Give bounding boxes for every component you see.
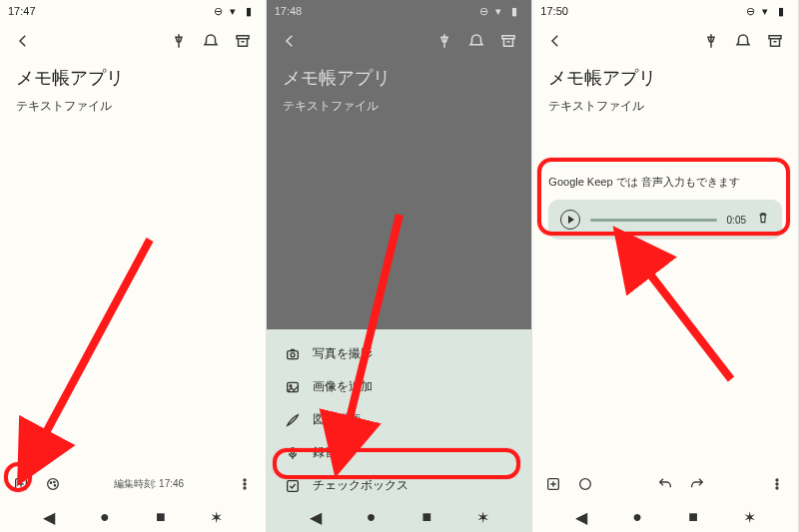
sheet-item-recording[interactable]: 録音 xyxy=(267,436,532,469)
nav-back-icon[interactable]: ◀ xyxy=(309,510,323,524)
nav-home-icon[interactable]: ● xyxy=(365,510,379,524)
wifi-icon: ▾ xyxy=(762,5,774,17)
palette-icon[interactable] xyxy=(574,473,596,495)
archive-icon[interactable] xyxy=(230,28,256,54)
sheet-label: 写真を撮影 xyxy=(313,345,373,362)
sheet-item-photo[interactable]: 写真を撮影 xyxy=(267,337,532,370)
more-icon[interactable] xyxy=(766,473,788,495)
status-bar: 17:50 ⊖ ▾ ▮ xyxy=(532,0,798,22)
note-title: メモ帳アプリ xyxy=(283,66,516,90)
dnd-icon: ⊖ xyxy=(479,5,491,17)
back-icon[interactable] xyxy=(10,28,36,54)
status-time: 17:47 xyxy=(8,5,36,17)
nav-accessibility-icon[interactable]: ✶ xyxy=(475,510,489,524)
archive-icon[interactable] xyxy=(495,28,521,54)
pin-icon[interactable] xyxy=(698,28,724,54)
svg-point-8 xyxy=(244,487,246,489)
note-body[interactable]: テキストファイル xyxy=(16,98,250,115)
sheet-label: 図形描画 xyxy=(313,411,361,428)
sheet-item-image[interactable]: 画像を追加 xyxy=(267,370,532,403)
nav-back-icon[interactable]: ◀ xyxy=(574,510,588,524)
pin-icon[interactable] xyxy=(431,28,457,54)
play-icon[interactable] xyxy=(560,210,580,230)
add-icon[interactable] xyxy=(542,473,564,495)
redo-icon[interactable] xyxy=(686,473,708,495)
reminder-icon[interactable] xyxy=(463,28,489,54)
phone-screenshot-1: 17:47 ⊖ ▾ ▮ メモ帳アプリ テキストファイル 編集時刻: 17:46 … xyxy=(0,0,267,532)
sheet-item-checkbox[interactable]: チェックボックス xyxy=(267,469,532,502)
nav-accessibility-icon[interactable]: ✶ xyxy=(742,510,756,524)
reminder-icon[interactable] xyxy=(198,28,224,54)
battery-icon: ▮ xyxy=(778,5,790,17)
nav-recent-icon[interactable]: ■ xyxy=(686,510,700,524)
audio-duration: 0:05 xyxy=(727,215,746,226)
status-time: 17:50 xyxy=(540,5,568,17)
delete-audio-icon[interactable] xyxy=(756,211,770,229)
svg-point-2 xyxy=(48,479,59,490)
svg-rect-15 xyxy=(287,480,298,491)
note-body: テキストファイル xyxy=(283,98,516,115)
nav-home-icon[interactable]: ● xyxy=(98,510,112,524)
note-title[interactable]: メモ帳アプリ xyxy=(16,66,250,90)
nav-recent-icon[interactable]: ■ xyxy=(419,510,433,524)
nav-bar: ◀ ● ■ ✶ xyxy=(0,502,266,532)
dnd-icon: ⊖ xyxy=(746,5,758,17)
svg-point-3 xyxy=(50,482,51,483)
nav-bar: ◀ ● ■ ✶ xyxy=(267,502,532,532)
svg-point-6 xyxy=(244,479,246,481)
add-bottom-sheet: 写真を撮影 画像を追加 図形描画 録音 チェックボックス xyxy=(267,329,532,502)
note-toolbar xyxy=(0,22,266,60)
reminder-icon[interactable] xyxy=(730,28,756,54)
bottom-toolbar xyxy=(532,466,798,502)
status-icons: ⊖ ▾ ▮ xyxy=(746,5,790,17)
svg-point-20 xyxy=(776,483,778,485)
note-content[interactable]: メモ帳アプリ テキストファイル xyxy=(0,60,266,466)
status-time: 17:48 xyxy=(275,5,303,17)
back-icon[interactable] xyxy=(542,28,568,54)
svg-point-18 xyxy=(580,479,591,490)
note-toolbar xyxy=(267,22,532,60)
add-icon[interactable] xyxy=(10,473,32,495)
palette-icon[interactable] xyxy=(42,473,64,495)
audio-player: 0:05 xyxy=(548,200,782,240)
note-title[interactable]: メモ帳アプリ xyxy=(548,66,782,90)
phone-screenshot-2: 17:48 ⊖ ▾ ▮ メモ帳アプリ テキストファイル 写真を撮影 画像を追加 … xyxy=(267,0,533,532)
sheet-label: 録音 xyxy=(313,444,337,461)
note-content: メモ帳アプリ テキストファイル xyxy=(267,60,532,329)
phone-screenshot-3: 17:50 ⊖ ▾ ▮ メモ帳アプリ テキストファイル Google Keep … xyxy=(532,0,799,532)
checkbox-icon xyxy=(285,478,301,494)
svg-point-5 xyxy=(54,485,55,486)
note-toolbar xyxy=(532,22,798,60)
svg-point-21 xyxy=(776,487,778,489)
camera-icon xyxy=(285,346,301,362)
audio-track[interactable] xyxy=(590,219,716,222)
nav-recent-icon[interactable]: ■ xyxy=(154,510,168,524)
audio-transcript: Google Keep では 音声入力もできます xyxy=(548,175,782,190)
audio-attachment: Google Keep では 音声入力もできます 0:05 xyxy=(548,175,782,240)
nav-accessibility-icon[interactable]: ✶ xyxy=(210,510,224,524)
sheet-label: チェックボックス xyxy=(313,477,408,494)
note-body[interactable]: テキストファイル xyxy=(548,98,782,115)
sheet-label: 画像を追加 xyxy=(313,378,373,395)
status-icons: ⊖ ▾ ▮ xyxy=(479,5,523,17)
bottom-toolbar: 編集時刻: 17:46 xyxy=(0,466,266,502)
undo-icon[interactable] xyxy=(654,473,676,495)
sheet-item-drawing[interactable]: 図形描画 xyxy=(267,403,532,436)
nav-home-icon[interactable]: ● xyxy=(630,510,644,524)
edited-time: 編集時刻: 17:46 xyxy=(114,477,185,491)
svg-point-7 xyxy=(244,483,246,485)
back-icon[interactable] xyxy=(277,28,303,54)
nav-back-icon[interactable]: ◀ xyxy=(42,510,56,524)
dnd-icon: ⊖ xyxy=(214,5,226,17)
svg-rect-0 xyxy=(237,36,249,39)
status-icons: ⊖ ▾ ▮ xyxy=(214,5,258,17)
note-content[interactable]: メモ帳アプリ テキストファイル Google Keep では 音声入力もできます… xyxy=(532,60,798,466)
status-bar: 17:48 ⊖ ▾ ▮ xyxy=(267,0,532,22)
wifi-icon: ▾ xyxy=(230,5,242,17)
svg-rect-9 xyxy=(502,36,514,39)
image-icon xyxy=(285,379,301,395)
pin-icon[interactable] xyxy=(166,28,192,54)
archive-icon[interactable] xyxy=(762,28,788,54)
svg-rect-14 xyxy=(291,447,294,454)
more-icon[interactable] xyxy=(234,473,256,495)
